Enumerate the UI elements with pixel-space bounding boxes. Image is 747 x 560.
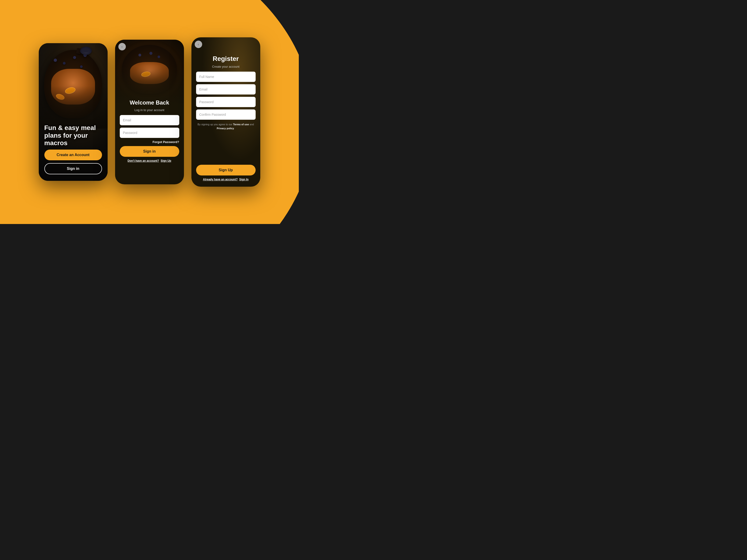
terms-prefix: By signing up you agree to our [198,123,233,126]
landing-content: Fun & easy meal plans for your macros Cr… [39,119,108,181]
confirm-password-input[interactable] [196,109,256,120]
signup-prompt: Don't have an account? Sign Up [120,159,179,162]
food-image-area [39,43,108,129]
forgot-password-link[interactable]: Forgot Password? [120,140,179,144]
register-password-input[interactable] [196,97,256,107]
sign-in-button[interactable]: Sign in [44,163,102,174]
sign-up-button[interactable]: Sign Up [196,165,256,176]
back-chevron-icon: ‹ [121,45,123,49]
create-account-button[interactable]: Create an Account [44,150,102,160]
login-content: Welcome Back Log in to your account Forg… [115,95,184,184]
welcome-subtitle: Log in to your account [120,108,179,112]
screens-container: Fun & easy meal plans for your macros Cr… [0,28,299,196]
blueberry-3 [73,56,76,59]
privacy-policy-link[interactable]: Privacy policy [216,127,234,130]
login-berry-3 [158,56,160,58]
login-sign-in-button[interactable]: Sign in [120,146,179,157]
terms-of-use-link[interactable]: Terms of use [233,123,249,126]
bowl [80,47,92,55]
terms-middle: and [249,123,254,126]
signin-prompt: Already have an account? Sign In [196,178,256,181]
welcome-title: Welcome Back [120,99,179,106]
no-account-text: Don't have an account? [128,159,159,162]
login-back-button[interactable]: ‹ [118,43,126,50]
signup-link-text[interactable]: Sign Up [161,159,171,162]
login-password-input[interactable] [120,128,179,138]
bowl-inside [82,48,90,53]
signin-link-text[interactable]: Sign In [239,178,249,181]
terms-text: By signing up you agree to our Terms of … [196,123,256,130]
register-subtitle: Create your account [196,65,256,69]
full-name-input[interactable] [196,72,256,82]
login-screen: ‹ Welcome Back Log in to your account Fo… [115,40,184,184]
login-berry-2 [149,52,152,55]
blueberry-4 [80,65,83,68]
register-back-icon: ‹ [198,43,199,46]
login-email-input[interactable] [120,115,179,125]
register-back-button[interactable]: ‹ [195,41,202,48]
terms-suffix: . [234,127,235,130]
have-account-text: Already have an account? [203,178,238,181]
spacer [196,133,256,162]
register-content: Register Create your account By signing … [191,50,260,187]
register-email-input[interactable] [196,84,256,95]
register-title: Register [196,55,256,62]
hero-title: Fun & easy meal plans for your macros [44,124,102,147]
login-berry-1 [138,54,141,56]
landing-screen: Fun & easy meal plans for your macros Cr… [39,43,108,181]
register-screen: ‹ Register Create your account By signin… [191,37,260,187]
